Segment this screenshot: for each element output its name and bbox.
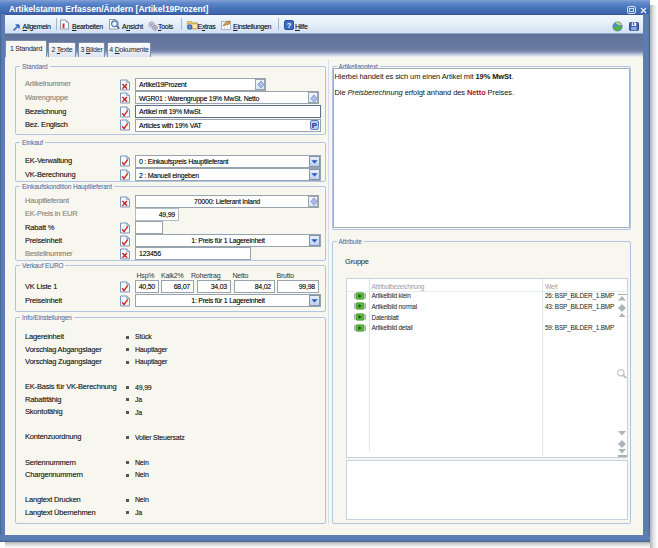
svg-text:?: ? — [286, 21, 291, 30]
